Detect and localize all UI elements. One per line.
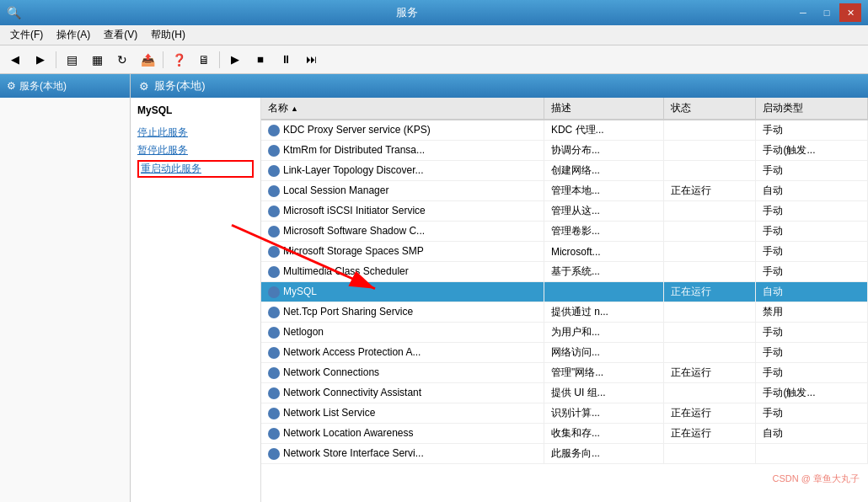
col-startup[interactable]: 启动类型 [756, 98, 868, 120]
table-row[interactable]: Microsoft iSCSI Initiator Service管理从这...… [261, 201, 868, 222]
table-row[interactable]: MySQL正在运行自动 [261, 282, 868, 302]
pause-button[interactable]: ⏸ [274, 49, 297, 71]
gear-icon-right: ⚙ [139, 80, 149, 93]
cell-startup: 手动 [756, 343, 868, 363]
restart-service-link[interactable]: 重启动此服务 [137, 160, 254, 178]
cell-status [664, 262, 756, 282]
cell-service-name: Multimedia Class Scheduler [261, 262, 544, 282]
cell-service-name: Microsoft iSCSI Initiator Service [261, 201, 544, 222]
restart-button[interactable]: ⏭ [299, 49, 323, 71]
close-button[interactable]: ✕ [839, 3, 861, 22]
pause-service-link[interactable]: 暂停此服务 [137, 142, 254, 158]
table-row[interactable]: Multimedia Class Scheduler基于系统...手动 [261, 262, 868, 282]
cell-desc: 协调分布... [544, 141, 664, 161]
table-row[interactable]: Network Access Protection A...网络访问...手动 [261, 343, 868, 363]
table-row[interactable]: KDC Proxy Server service (KPS)KDC 代理...手… [261, 120, 868, 141]
cell-status [664, 383, 756, 403]
stop-service-link[interactable]: 停止此服务 [137, 125, 254, 141]
cell-desc: 提供 UI 组... [544, 383, 664, 403]
table-row[interactable]: Net.Tcp Port Sharing Service提供通过 n...禁用 [261, 302, 868, 323]
cell-desc: 识别计算... [544, 403, 664, 424]
menu-view[interactable]: 查看(V) [97, 26, 144, 44]
cell-service-name: KDC Proxy Server service (KPS) [261, 120, 544, 141]
service-sidebar: MySQL 停止此服务 暂停此服务 重启动此服务 [131, 98, 261, 502]
table-row[interactable]: Network Store Interface Servi...此服务向... [261, 444, 868, 464]
gear-icon [268, 286, 280, 298]
cell-startup: 手动 [756, 323, 868, 343]
table-header-row: 名称▲ 描述 状态 启动类型 [261, 98, 868, 120]
table-row[interactable]: Microsoft Storage Spaces SMPMicrosoft...… [261, 242, 868, 262]
cell-desc: 管理卷影... [544, 222, 664, 242]
table-row[interactable]: Network Connections管理"网络...正在运行手动 [261, 363, 868, 383]
services-table-wrap[interactable]: 名称▲ 描述 状态 启动类型 KDC Proxy Server service … [261, 98, 868, 502]
toolbar: ◀ ▶ ▤ ▦ ↻ 📤 ❓ 🖥 ▶ ■ ⏸ ⏭ [0, 45, 868, 74]
menu-action[interactable]: 操作(A) [50, 26, 97, 44]
table-row[interactable]: Network List Service识别计算...正在运行手动 [261, 403, 868, 424]
minimize-button[interactable]: ─ [792, 3, 814, 22]
table-row[interactable]: Microsoft Software Shadow C...管理卷影...手动 [261, 222, 868, 242]
cell-desc: KDC 代理... [544, 120, 664, 141]
forward-button[interactable]: ▶ [29, 49, 52, 71]
title-bar-controls: ─ □ ✕ [792, 3, 861, 22]
col-desc[interactable]: 描述 [544, 98, 664, 120]
help-button[interactable]: ❓ [167, 49, 190, 71]
cell-desc: 管理本地... [544, 181, 664, 201]
cell-service-name: Network Access Protection A... [261, 343, 544, 363]
cell-status [664, 323, 756, 343]
left-panel: ⚙ 服务(本地) [0, 74, 131, 502]
cell-startup: 手动 [756, 222, 868, 242]
main-layout: ⚙ 服务(本地) ⚙ 服务(本地) MySQL 停止此服务 暂停此服务 重启动此… [0, 74, 868, 502]
cell-desc: 管理"网络... [544, 363, 664, 383]
export-button[interactable]: 📤 [136, 49, 159, 71]
cell-desc: 管理从这... [544, 201, 664, 222]
table-row[interactable]: Link-Layer Topology Discover...创建网络...手动 [261, 161, 868, 181]
cell-service-name: Microsoft Storage Spaces SMP [261, 242, 544, 262]
right-panel: ⚙ 服务(本地) MySQL 停止此服务 暂停此服务 重启动此服务 [131, 74, 868, 502]
view-list-button[interactable]: ▤ [60, 49, 83, 71]
cell-desc: 基于系统... [544, 262, 664, 282]
gear-icon [268, 408, 280, 419]
toolbar-sep-1 [56, 51, 56, 68]
window-title: 服务 [21, 5, 792, 20]
cell-status: 正在运行 [664, 403, 756, 424]
cell-desc: 此服务向... [544, 444, 664, 464]
cell-startup: 手动 [756, 201, 868, 222]
cell-status [664, 242, 756, 262]
gear-icon [268, 185, 280, 197]
console-button[interactable]: 🖥 [192, 49, 216, 71]
cell-status [664, 120, 756, 141]
cell-startup: 自动 [756, 424, 868, 444]
right-panel-title: 服务(本地) [154, 78, 206, 93]
gear-icon [268, 327, 280, 339]
cell-service-name: Network Store Interface Servi... [261, 444, 544, 464]
cell-startup: 手动(触发... [756, 383, 868, 403]
cell-startup: 禁用 [756, 302, 868, 323]
gear-icon [268, 145, 280, 157]
menu-help[interactable]: 帮助(H) [144, 26, 192, 44]
gear-icon [268, 347, 280, 359]
cell-desc: 为用户和... [544, 323, 664, 343]
play-button[interactable]: ▶ [223, 49, 247, 71]
refresh-button[interactable]: ↻ [110, 49, 134, 71]
cell-service-name: Network Connectivity Assistant [261, 383, 544, 403]
table-row[interactable]: Network Location Awareness收集和存...正在运行自动 [261, 424, 868, 444]
back-button[interactable]: ◀ [3, 49, 27, 71]
table-row[interactable]: Network Connectivity Assistant提供 UI 组...… [261, 383, 868, 403]
gear-icon [268, 165, 280, 177]
cell-startup: 自动 [756, 181, 868, 201]
cell-desc: 收集和存... [544, 424, 664, 444]
services-table: 名称▲ 描述 状态 启动类型 KDC Proxy Server service … [261, 98, 868, 464]
table-row[interactable]: Local Session Manager管理本地...正在运行自动 [261, 181, 868, 201]
maximize-button[interactable]: □ [816, 3, 838, 22]
table-row[interactable]: Netlogon为用户和...手动 [261, 323, 868, 343]
menu-file[interactable]: 文件(F) [3, 26, 50, 44]
col-name[interactable]: 名称▲ [261, 98, 544, 120]
cell-desc [544, 282, 664, 302]
cell-status [664, 343, 756, 363]
table-row[interactable]: KtmRm for Distributed Transa...协调分布...手动… [261, 141, 868, 161]
view-detail-button[interactable]: ▦ [85, 49, 109, 71]
gear-icon [268, 246, 280, 258]
col-status[interactable]: 状态 [664, 98, 756, 120]
stop-button[interactable]: ■ [249, 49, 272, 71]
cell-service-name: Link-Layer Topology Discover... [261, 161, 544, 181]
